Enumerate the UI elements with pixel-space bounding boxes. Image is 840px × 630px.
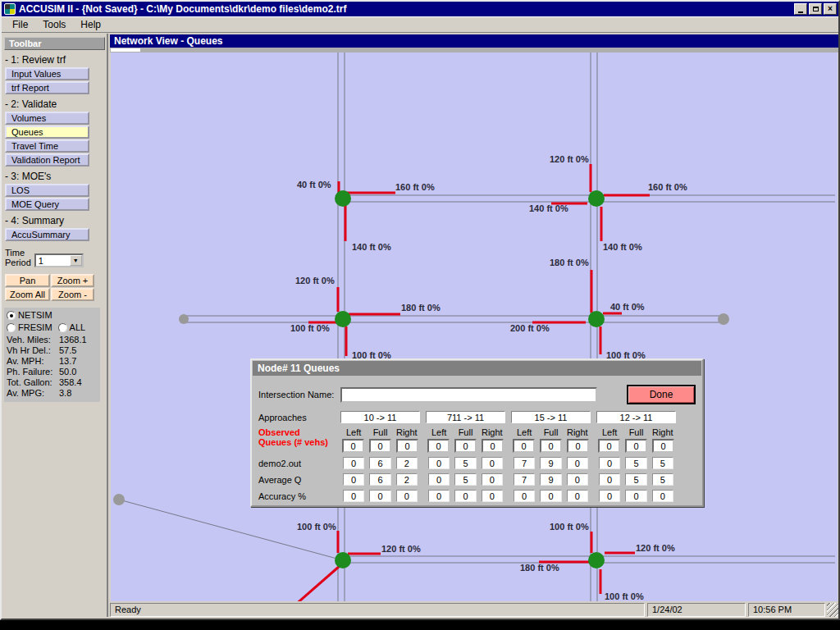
data-cell: 0 xyxy=(343,490,364,502)
observed-queue-input[interactable] xyxy=(567,439,589,453)
mini-progress xyxy=(111,48,140,52)
observed-queue-input[interactable] xyxy=(369,439,391,453)
subheader-left: Left xyxy=(514,427,535,437)
intersection-node[interactable] xyxy=(588,190,605,207)
observed-queue-input[interactable] xyxy=(598,439,620,453)
time-period-label: Time Period xyxy=(5,248,31,267)
section-validate: - 2: Validate xyxy=(5,98,105,110)
netsim-radio[interactable] xyxy=(7,311,16,320)
data-cell: 0 xyxy=(482,473,503,486)
restore-button[interactable] xyxy=(809,3,822,15)
menu-help[interactable]: Help xyxy=(73,17,108,32)
section-review-trf: - 1: Review trf xyxy=(5,54,105,66)
data-cell: 7 xyxy=(514,473,535,486)
menu-file[interactable]: File xyxy=(5,17,35,32)
dialog-titlebar[interactable]: Node# 11 Queues xyxy=(253,361,701,376)
approach-group: 062 xyxy=(340,473,420,486)
dialog-data-row: demo2.out062050790055 xyxy=(258,457,697,469)
los-button[interactable]: LOS xyxy=(5,184,89,197)
fresim-radio[interactable] xyxy=(7,323,16,332)
approach-group: LeftFullRight xyxy=(596,427,676,437)
approach-header: 10 -> 11 xyxy=(340,411,420,423)
toolbar-panel: Toolbar - 1: Review trf Input Values trf… xyxy=(2,34,108,617)
approach-group: 055 xyxy=(596,473,676,486)
travel-time-button[interactable]: Travel Time xyxy=(5,139,89,153)
observed-queue-input[interactable] xyxy=(540,439,562,453)
status-date: 1/24/02 xyxy=(647,603,746,617)
validation-report-button[interactable]: Validation Report xyxy=(5,153,89,167)
data-cell: 7 xyxy=(514,457,535,469)
trf-report-button[interactable]: trf Report xyxy=(5,81,89,94)
moe-query-button[interactable]: MOE Query xyxy=(5,198,89,211)
restore-icon xyxy=(813,7,819,11)
window-title: ACCUSIM II - {Not Saved} - C:\My Documen… xyxy=(19,3,792,15)
pan-zoom-controls: Pan Zoom + Zoom All Zoom - xyxy=(5,274,105,301)
data-cell: 0 xyxy=(514,490,535,502)
observed-queue-input[interactable] xyxy=(396,439,418,453)
minimize-icon xyxy=(798,11,803,13)
input-values-button[interactable]: Input Values xyxy=(5,67,89,80)
queue-length-label: 120 ft 0% xyxy=(381,544,421,554)
menu-tools[interactable]: Tools xyxy=(35,17,73,32)
node-queues-dialog: Node# 11 Queues Intersection Name: Done … xyxy=(250,358,704,507)
data-cell: 0 xyxy=(599,473,620,486)
end-node xyxy=(179,314,189,324)
done-button[interactable]: Done xyxy=(627,385,696,404)
approach-header: 12 -> 11 xyxy=(596,411,676,423)
intersection-name-input[interactable] xyxy=(340,387,597,403)
subheader-left: Left xyxy=(599,427,620,437)
observed-queue-input[interactable] xyxy=(652,439,674,453)
accusummary-button[interactable]: AccuSummary xyxy=(5,228,89,241)
network-canvas[interactable]: Node# 11 Queues Intersection Name: Done … xyxy=(111,52,838,601)
observed-queue-input[interactable] xyxy=(625,439,647,453)
zoom-all-button[interactable]: Zoom All xyxy=(5,288,50,301)
zoom-out-button[interactable]: Zoom - xyxy=(51,288,94,301)
intersection-name-label: Intersection Name: xyxy=(258,390,340,399)
data-cell: 0 xyxy=(599,457,620,469)
queue-length-label: 160 ft 0% xyxy=(395,182,435,192)
stat-veh-miles: Veh. Miles:1368.1 xyxy=(7,335,98,345)
intersection-node[interactable] xyxy=(335,552,351,568)
resize-grip[interactable] xyxy=(827,603,838,617)
close-button[interactable]: × xyxy=(824,3,837,15)
observed-queue-input[interactable] xyxy=(513,439,535,453)
dialog-data-row: Average Q062050790055 xyxy=(258,473,697,486)
approaches-label: Approaches xyxy=(258,413,340,422)
all-radio[interactable] xyxy=(58,323,67,332)
row-label: Average Q xyxy=(258,475,340,485)
observed-queue-input[interactable] xyxy=(342,439,364,453)
approach-group: 050 xyxy=(426,457,505,469)
zoom-in-button[interactable]: Zoom + xyxy=(51,274,94,287)
observed-queue-input[interactable] xyxy=(482,439,504,453)
queue-length-label: 100 ft 0% xyxy=(352,350,391,360)
queues-button[interactable]: Queues xyxy=(5,126,89,139)
data-cell: 2 xyxy=(396,457,418,469)
approach-group: 000 xyxy=(426,490,505,502)
queue-length-label: 100 ft 0% xyxy=(550,522,589,532)
subheader-full: Full xyxy=(625,427,646,437)
chevron-down-icon[interactable]: ▼ xyxy=(70,255,82,266)
intersection-node[interactable] xyxy=(335,311,351,327)
data-cell: 5 xyxy=(652,457,673,469)
data-cell: 0 xyxy=(652,490,673,502)
subheader-full: Full xyxy=(369,427,390,437)
status-bar: Ready 1/24/02 10:56 PM xyxy=(110,602,838,618)
intersection-node[interactable] xyxy=(588,311,605,327)
intersection-node[interactable] xyxy=(588,552,605,568)
menu-bar: File Tools Help xyxy=(2,16,838,33)
approach-group: LeftFullRight xyxy=(340,427,420,437)
approach-group: 000 xyxy=(596,490,676,502)
data-cell: 0 xyxy=(599,490,620,502)
time-period-select[interactable]: 1 ▼ xyxy=(34,253,84,267)
observed-queues-inputs xyxy=(340,439,682,453)
queue-length-label: 100 ft 0% xyxy=(606,350,646,360)
data-cell: 5 xyxy=(454,457,476,469)
observed-queue-input[interactable] xyxy=(427,439,450,453)
stat-tot-gallon: Tot. Gallon:358.4 xyxy=(7,377,98,388)
intersection-node[interactable] xyxy=(335,190,351,207)
minimize-button[interactable] xyxy=(794,3,807,15)
queue-length-label: 100 ft 0% xyxy=(605,591,644,601)
volumes-button[interactable]: Volumes xyxy=(5,112,89,125)
pan-button[interactable]: Pan xyxy=(5,274,50,287)
observed-queue-input[interactable] xyxy=(454,439,477,453)
